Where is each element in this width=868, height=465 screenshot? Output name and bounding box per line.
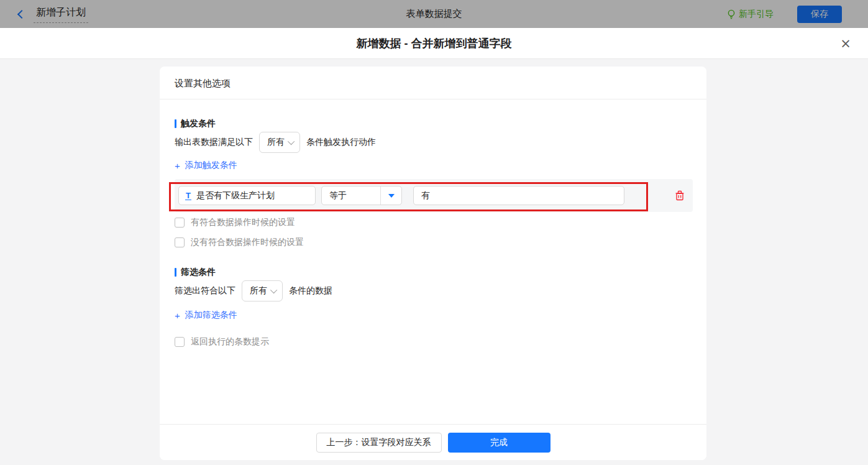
top-toolbar: 新增子计划 表单数据提交 新手引导 保存 — [0, 0, 868, 28]
match-settings-label: 有符合数据操作时候的设置 — [191, 217, 295, 228]
section-bar-icon — [175, 268, 176, 277]
chevron-down-icon — [270, 287, 277, 293]
trigger-match-suffix: 条件触发执行动作 — [306, 137, 376, 148]
trigger-condition-row: T 是否有下级生产计划 等于 有 — [175, 179, 693, 212]
toolbar-center-title: 表单数据提交 — [406, 8, 462, 20]
trigger-match-select-value: 所有 — [267, 137, 285, 148]
condition-value-text: 有 — [421, 190, 430, 201]
filter-section-title: 筛选条件 — [175, 267, 216, 278]
operator-caret-zone[interactable] — [380, 186, 401, 205]
filter-match-suffix: 条件的数据 — [289, 285, 332, 297]
add-filter-condition-label: 添加筛选条件 — [185, 310, 237, 321]
no-match-settings-checkbox-row: 没有符合数据操作时候的设置 — [175, 237, 304, 248]
condition-value-input[interactable]: 有 — [413, 186, 624, 205]
trigger-match-row: 输出表数据满足以下 所有 条件触发执行动作 — [175, 131, 376, 154]
count-hint-label: 返回执行的条数提示 — [191, 336, 269, 348]
back-chevron-icon — [17, 9, 26, 18]
save-button[interactable]: 保存 — [797, 6, 842, 23]
chevron-down-icon — [288, 138, 295, 145]
count-hint-checkbox-row: 返回执行的条数提示 — [175, 336, 269, 348]
trigger-section-title: 触发条件 — [175, 118, 216, 129]
plan-title[interactable]: 新增子计划 — [34, 5, 88, 23]
add-trigger-condition-label: 添加触发条件 — [185, 160, 237, 171]
options-card: 设置其他选项 触发条件 输出表数据满足以下 所有 条件触发执行动作 + 添加触发… — [160, 67, 706, 460]
back-button[interactable] — [14, 7, 27, 21]
condition-operator-select[interactable]: 等于 — [321, 186, 402, 205]
done-button[interactable]: 完成 — [448, 433, 550, 453]
filter-match-select-value: 所有 — [250, 285, 267, 297]
card-header-title: 设置其他选项 — [160, 67, 706, 99]
modal-title: 新增数据 - 合并新增到普通字段 — [357, 36, 512, 51]
plus-icon: + — [175, 310, 180, 321]
add-data-modal: 新增数据 - 合并新增到普通字段 × 设置其他选项 触发条件 输出表数据满足以下… — [0, 28, 868, 465]
delete-condition-button[interactable] — [672, 187, 688, 203]
match-settings-checkbox-row: 有符合数据操作时候的设置 — [175, 217, 295, 228]
filter-match-prefix: 筛选出符合以下 — [175, 285, 235, 297]
trigger-match-select[interactable]: 所有 — [259, 132, 300, 153]
trash-icon — [675, 190, 685, 201]
condition-operator-value: 等于 — [322, 190, 380, 201]
no-match-settings-checkbox[interactable] — [175, 237, 185, 247]
filter-match-select[interactable]: 所有 — [242, 280, 283, 302]
caret-down-icon — [388, 194, 395, 198]
card-footer: 上一步：设置字段对应关系 完成 — [160, 424, 706, 460]
condition-field-select[interactable]: T 是否有下级生产计划 — [178, 186, 316, 205]
beginner-guide-label: 新手引导 — [739, 9, 774, 20]
no-match-settings-label: 没有符合数据操作时候的设置 — [191, 237, 304, 248]
trigger-match-prefix: 输出表数据满足以下 — [175, 137, 253, 148]
add-trigger-condition-link[interactable]: + 添加触发条件 — [175, 160, 237, 171]
filter-section-title-text: 筛选条件 — [181, 267, 216, 278]
add-filter-condition-link[interactable]: + 添加筛选条件 — [175, 310, 237, 321]
beginner-guide-link[interactable]: 新手引导 — [727, 9, 774, 20]
text-field-type-icon: T — [185, 191, 191, 200]
section-bar-icon — [175, 119, 176, 128]
plus-icon: + — [175, 160, 180, 171]
modal-header: 新增数据 - 合并新增到普通字段 × — [0, 28, 868, 59]
previous-step-button[interactable]: 上一步：设置字段对应关系 — [316, 433, 442, 453]
filter-match-row: 筛选出符合以下 所有 条件的数据 — [175, 280, 332, 302]
modal-body: 设置其他选项 触发条件 输出表数据满足以下 所有 条件触发执行动作 + 添加触发… — [0, 59, 868, 465]
close-icon[interactable]: × — [839, 37, 852, 50]
trigger-section-title-text: 触发条件 — [181, 118, 216, 129]
lightbulb-icon — [727, 9, 736, 19]
match-settings-checkbox[interactable] — [175, 218, 185, 228]
count-hint-checkbox[interactable] — [175, 337, 185, 347]
condition-field-value: 是否有下级生产计划 — [196, 190, 275, 201]
